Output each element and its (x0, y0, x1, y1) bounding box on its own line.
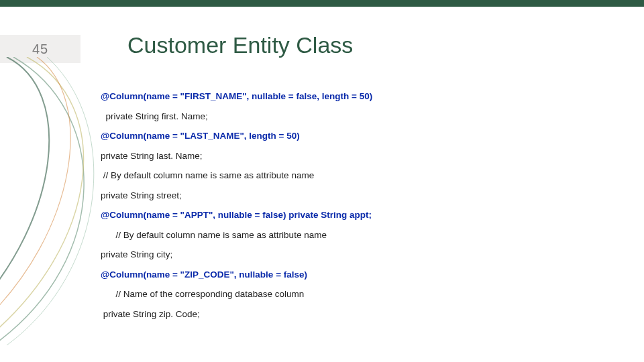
code-block: @Column(name = "FIRST_NAME", nullable = … (101, 90, 617, 328)
code-line: private String zip. Code; (101, 308, 617, 320)
top-accent-bar (0, 0, 644, 7)
code-line: private String last. Name; (101, 150, 617, 162)
code-line: private String first. Name; (101, 111, 617, 123)
code-line: private String street; (101, 190, 617, 202)
slide-title: Customer Entity Class (127, 32, 353, 58)
code-line: @Column(name = "ZIP_CODE", nullable = fa… (101, 269, 617, 281)
code-line: // By default column name is same as att… (101, 229, 617, 241)
code-line: @Column(name = "LAST_NAME", length = 50) (101, 130, 617, 142)
code-line: @Column(name = "APPT", nullable = false)… (101, 209, 617, 221)
code-line: // By default column name is same as att… (101, 170, 617, 182)
slide-number: 45 (0, 35, 80, 63)
code-line: // Name of the corresponding database co… (101, 288, 617, 300)
code-line: @Column(name = "FIRST_NAME", nullable = … (101, 90, 617, 103)
code-line: private String city; (101, 249, 617, 261)
